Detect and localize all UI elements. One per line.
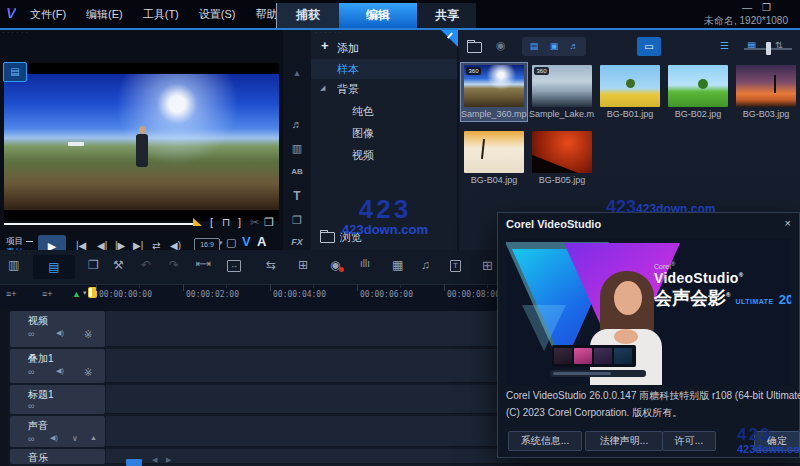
ab-category-icon[interactable]: AB [283, 167, 311, 176]
audio-toggle[interactable]: A [257, 234, 266, 249]
trim-icon[interactable]: ⊓ [222, 216, 231, 229]
select-tool-icon[interactable]: ▢ [226, 236, 236, 249]
media-category-icon-active[interactable]: ▤ [3, 62, 27, 82]
transition-category-icon[interactable]: ▥ [283, 142, 311, 155]
media-item-samplelake[interactable]: 360 Sample_Lake.m... [529, 63, 595, 121]
menu-file[interactable]: 文件(F) [30, 7, 66, 22]
view-thumbnail-icon-active[interactable]: ▭ [637, 37, 661, 56]
minimize-button[interactable]: — [742, 2, 752, 13]
media-item-bg01[interactable]: BG-B01.jpg [597, 63, 663, 121]
tree-item-solid-color[interactable]: 纯色 [352, 104, 374, 119]
filter-audio-icon[interactable]: ♬ [564, 37, 584, 56]
audio-category-icon[interactable]: ♬ [283, 118, 311, 130]
timeline-scroll-thumb[interactable] [126, 459, 142, 466]
tree-item-background[interactable]: 背景 [337, 82, 359, 97]
expander-icon[interactable]: ◢ [320, 84, 325, 92]
filter-photo-icon[interactable]: ▣ [544, 37, 564, 56]
link-icon[interactable]: ∞ [28, 329, 34, 339]
import-folder-icon[interactable] [467, 42, 482, 53]
tree-item-sample-selected[interactable] [311, 59, 457, 79]
tab-capture[interactable]: 捕获 [276, 3, 339, 28]
mask-icon[interactable]: ※ [84, 329, 92, 340]
tab-edit-active[interactable]: 编辑 [339, 3, 417, 28]
panel-drag-handle[interactable]: ······ [4, 252, 32, 256]
fit-project-icon[interactable]: ⇤⇥ [196, 258, 209, 269]
redo-icon[interactable]: ↷ [169, 258, 179, 272]
storyboard-view-icon[interactable]: ▥ [8, 258, 19, 272]
media-item-bg02[interactable]: BG-B02.jpg [665, 63, 731, 121]
add-folder-button[interactable]: 添加 [337, 41, 359, 56]
scroll-left-icon[interactable]: ◀ [152, 456, 157, 464]
track-header-title1[interactable]: 标题1 ∞ [10, 385, 105, 414]
panel-drag-handle[interactable]: ······ [2, 31, 30, 35]
system-info-button[interactable]: 系统信息... [508, 431, 582, 451]
speaker-icon[interactable]: ◀) [56, 367, 64, 375]
view-list-icon[interactable]: ☰ [720, 40, 729, 51]
mark-out-icon[interactable]: ] [238, 216, 241, 228]
track-manager-icon[interactable]: ≡+ [6, 289, 17, 299]
sound-mixer-icon[interactable]: ıllı [360, 258, 370, 269]
auto-music-icon[interactable]: ♫ [421, 258, 430, 272]
tools-icon[interactable]: ⚒ [113, 258, 124, 272]
speaker-icon[interactable]: ◀) [56, 329, 64, 337]
fx-category-icon[interactable]: FX [283, 237, 311, 247]
thumbnail-size-handle[interactable] [766, 42, 771, 55]
track-toggle-strip[interactable] [0, 308, 9, 466]
scroll-right-icon[interactable]: ▶ [166, 456, 171, 464]
mask-icon[interactable]: ※ [84, 367, 92, 378]
tree-item-image[interactable]: 图像 [352, 126, 374, 141]
ripple-edit-icon[interactable]: ⇆ [266, 258, 276, 272]
restore-button[interactable]: ❐ [762, 2, 771, 13]
multi-grid-icon[interactable]: ⊞ [482, 258, 493, 273]
track-header-overlay1[interactable]: 叠加1 ∞ ◀) ※ [10, 349, 105, 383]
add-track-icon[interactable]: ≡+ [42, 289, 53, 299]
gear-icon[interactable]: ◉ [496, 39, 506, 52]
tree-item-video[interactable]: 视频 [352, 148, 374, 163]
filter-video-icon[interactable]: ▤ [524, 37, 544, 56]
resize-window-icon[interactable]: ↔ [227, 260, 241, 272]
overlay-category-icon[interactable]: ❐ [283, 214, 311, 227]
media-item-sample360[interactable]: 360 Sample_360.mp4 [461, 63, 527, 121]
insert-clip-icon[interactable]: ⊞ [298, 258, 308, 272]
speaker-icon[interactable]: ◀) [50, 434, 58, 442]
panel-drag-handle[interactable]: ······ [315, 31, 343, 35]
title-editor-icon[interactable]: T [450, 260, 461, 272]
track-header-music[interactable]: 音乐 [10, 449, 105, 464]
mark-in-icon[interactable]: [ [210, 216, 213, 228]
chapter-marker-icon[interactable]: ▲ [72, 289, 81, 299]
enlarge-preview-icon[interactable]: ❐ [264, 216, 274, 229]
license-button[interactable]: 许可... [662, 431, 716, 451]
link-icon[interactable]: ∞ [28, 367, 34, 377]
copy-icon[interactable]: ❐ [88, 258, 99, 272]
chevron-down-icon[interactable]: ∨ [72, 434, 78, 443]
scroll-up-icon[interactable]: ▲ [283, 68, 311, 78]
subtitle-grid-icon[interactable]: ▦ [392, 258, 403, 272]
close-icon[interactable]: × [785, 217, 791, 229]
scrub-handle[interactable] [193, 218, 202, 226]
tab-share[interactable]: 共享 [418, 3, 476, 28]
tree-item-sample-label[interactable]: 样本 [337, 62, 359, 77]
scrub-bar[interactable] [4, 223, 193, 225]
ruler-label: 00:00:06:00 [360, 290, 413, 299]
title-menu-bar: V 文件(F) 编辑(E) 工具(T) 设置(S) 帮助(H) 捕获 编辑 共享… [0, 0, 800, 28]
menu-settings[interactable]: 设置(S) [199, 7, 236, 22]
media-item-bg03[interactable]: BG-B03.jpg [733, 63, 799, 121]
undo-icon[interactable]: ↶ [141, 258, 151, 272]
title-category-icon[interactable]: T [283, 189, 311, 203]
media-item-bg04[interactable]: BG-B04.jpg [461, 129, 527, 187]
split-clip-icon[interactable]: ✂ [250, 216, 259, 229]
preview-video[interactable] [4, 63, 279, 221]
timeline-view-icon-active[interactable]: ▤ [33, 255, 75, 279]
video-toggle[interactable]: V [242, 234, 251, 249]
link-icon[interactable]: ∞ [28, 434, 34, 444]
menu-tools[interactable]: 工具(T) [143, 7, 179, 22]
legal-notice-button[interactable]: 法律声明... [585, 431, 663, 451]
link-icon[interactable]: ∞ [28, 401, 34, 411]
track-header-voice[interactable]: 声音 ∞ ◀) ∨ ▲ [10, 416, 105, 447]
triangle-up-icon[interactable]: ▲ [90, 434, 97, 441]
menu-edit[interactable]: 编辑(E) [86, 7, 123, 22]
add-icon[interactable]: + [321, 38, 329, 53]
marker-caret-icon[interactable]: ▾ [83, 289, 87, 297]
track-header-video[interactable]: 视频 ∞ ◀) ※ [10, 311, 105, 347]
media-item-bg05[interactable]: BG-B05.jpg [529, 129, 595, 187]
